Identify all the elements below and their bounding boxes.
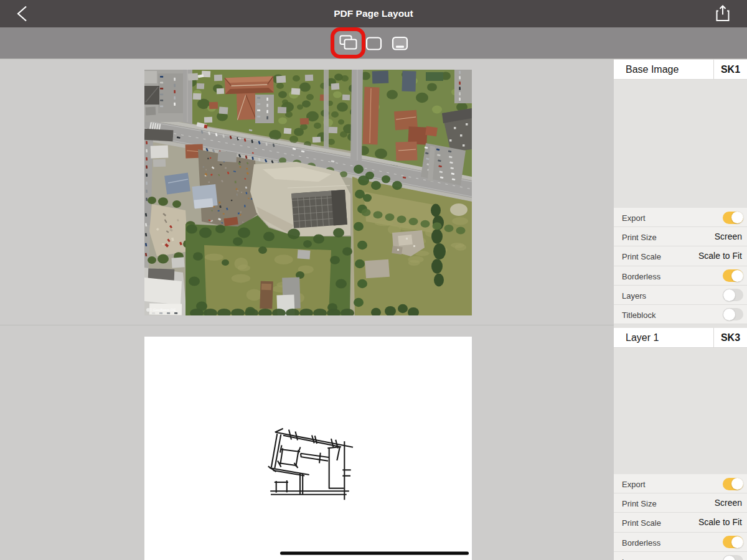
svg-text:© GeoBasis-DE: © GeoBasis-DE	[149, 308, 176, 312]
